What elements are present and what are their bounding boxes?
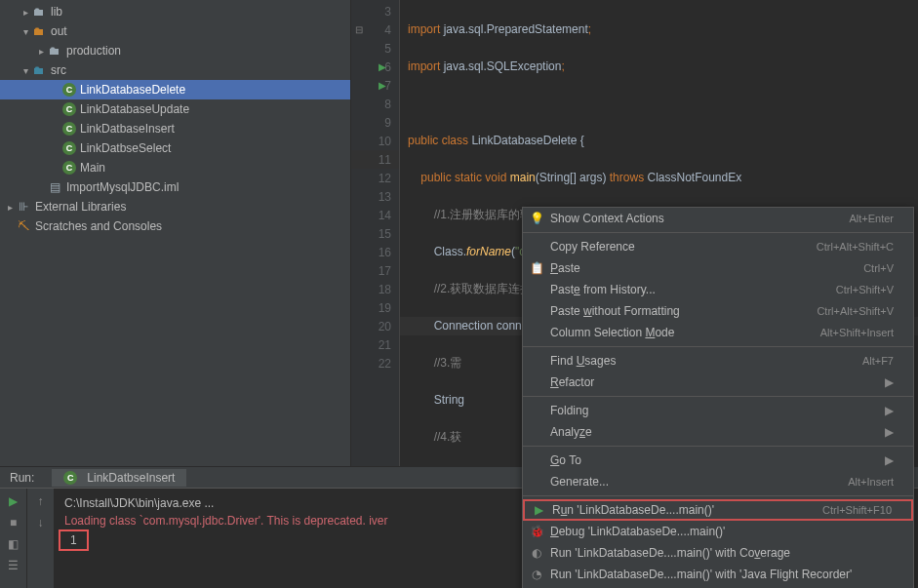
tree-folder-lib[interactable]: ▸🖿lib: [0, 2, 350, 21]
chevron-down-icon: ▾: [20, 65, 31, 76]
menu-run-coverage[interactable]: ◐Run 'LinkDatabaseDe....main()' with Cov…: [523, 542, 913, 564]
submenu-arrow-icon: ▶: [885, 425, 894, 439]
tree-label: LinkDatbaseInsert: [80, 122, 175, 136]
gutter-line: ⊟4: [351, 20, 399, 39]
menu-shortcut: Ctrl+V: [863, 262, 894, 274]
menu-label: Copy Reference: [550, 240, 635, 254]
menu-generate[interactable]: Generate...Alt+Insert: [523, 471, 913, 492]
down-icon[interactable]: ↓: [38, 516, 44, 529]
gutter-line: 13: [351, 187, 399, 206]
class-icon: C: [62, 122, 76, 136]
gutter-line: ▶7: [351, 76, 399, 95]
tree-label: Scratches and Consoles: [35, 219, 162, 233]
menu-shortcut: Alt+Shift+Insert: [820, 327, 894, 338]
up-icon[interactable]: ↑: [38, 494, 44, 508]
tree-folder-src[interactable]: ▾🖿src: [0, 60, 350, 80]
menu-refactor[interactable]: Refactor▶: [523, 372, 913, 393]
menu-run[interactable]: ▶Run 'LinkDatabaseDe....main()'Ctrl+Shif…: [523, 499, 913, 521]
submenu-arrow-icon: ▶: [885, 453, 894, 467]
menu-shortcut: Alt+F7: [862, 355, 894, 367]
menu-separator: [523, 232, 913, 233]
library-icon: ⊪: [16, 199, 31, 215]
menu-label: Run 'LinkDatabaseDe....main()': [552, 503, 714, 517]
gutter-line: 5: [351, 39, 399, 58]
menu-shortcut: Alt+Insert: [848, 476, 894, 488]
pin-icon[interactable]: ☰: [8, 559, 19, 572]
tree-scratches[interactable]: ⛏Scratches and Consoles: [0, 216, 350, 236]
menu-paste[interactable]: 📋PasteCtrl+V: [523, 257, 913, 279]
menu-label: Paste: [550, 261, 580, 275]
menu-column-selection[interactable]: Column Selection ModeAlt+Shift+Insert: [523, 322, 913, 343]
tree-label: ImportMysqlJDBC.iml: [66, 180, 179, 194]
menu-label: Generate...: [550, 475, 609, 489]
gutter-line: 20: [351, 317, 399, 335]
fold-icon[interactable]: ⊟: [355, 24, 363, 35]
menu-label: Column Selection Mode: [550, 326, 674, 339]
gutter-line: 12: [351, 169, 399, 187]
menu-shortcut: Ctrl+Shift+V: [836, 284, 894, 295]
tree-folder-production[interactable]: ▸🖿production: [0, 41, 350, 60]
menu-goto[interactable]: Go To▶: [523, 450, 913, 471]
folder-open-icon: 🖿: [31, 23, 47, 39]
gutter-line: 22: [351, 354, 399, 372]
scratch-icon: ⛏: [16, 218, 31, 234]
menu-run-jfr[interactable]: ◔Run 'LinkDatabaseDe....main()' with 'Ja…: [523, 564, 913, 585]
run-tab-label: LinkDatbseInsert: [87, 471, 175, 485]
menu-separator: [523, 396, 913, 397]
run-gutter-icon[interactable]: ▶: [379, 80, 386, 91]
menu-label: Go To: [550, 453, 581, 467]
menu-label: Run 'LinkDatabaseDe....main()' with 'Jav…: [550, 568, 852, 581]
menu-find-usages[interactable]: Find UsagesAlt+F7: [523, 350, 913, 372]
tree-folder-out[interactable]: ▾🖿out: [0, 21, 350, 41]
gutter-line: 14: [351, 206, 399, 224]
gutter-line: 15: [351, 224, 399, 243]
menu-label: Debug 'LinkDatabaseDe....main()': [550, 525, 725, 538]
tree-class-update[interactable]: CLinkDatabaseUpdate: [0, 99, 350, 119]
menu-label: Run 'LinkDatabaseDe....main()' with Cove…: [550, 546, 790, 560]
tree-file-iml[interactable]: ▤ImportMysqlJDBC.iml: [0, 177, 350, 197]
menu-copy-reference[interactable]: Copy ReferenceCtrl+Alt+Shift+C: [523, 236, 913, 257]
tree-label: lib: [51, 5, 62, 19]
tree-class-insert[interactable]: CLinkDatbaseInsert: [0, 119, 350, 138]
run-tab[interactable]: CLinkDatbseInsert: [52, 469, 186, 487]
tree-label: production: [66, 44, 121, 58]
menu-paste-without-formatting[interactable]: Paste without FormattingCtrl+Alt+Shift+V: [523, 300, 913, 322]
layout-icon[interactable]: ◧: [8, 537, 19, 551]
play-icon: ▶: [531, 503, 546, 517]
gutter-line: 16: [351, 243, 399, 261]
tree-label: src: [51, 63, 66, 77]
gutter-line: 8: [351, 95, 399, 113]
tree-label: out: [51, 24, 67, 38]
tree-class-delete[interactable]: CLinkDatabaseDelete: [0, 80, 350, 99]
tree-label: External Libraries: [35, 200, 126, 214]
chevron-down-icon: ▾: [20, 26, 31, 37]
menu-separator: [523, 495, 913, 496]
tree-label: LinkDatabaseDelete: [80, 83, 185, 97]
menu-paste-history[interactable]: Paste from History...Ctrl+Shift+V: [523, 279, 913, 300]
gutter-line: 18: [351, 280, 399, 298]
project-tree: ▸🖿lib ▾🖿out ▸🖿production ▾🖿src CLinkData…: [0, 0, 351, 488]
menu-debug[interactable]: 🐞Debug 'LinkDatabaseDe....main()': [523, 521, 913, 542]
chevron-right-icon: ▸: [4, 202, 16, 213]
chevron-right-icon: ▸: [20, 7, 31, 18]
menu-shortcut: Ctrl+Alt+Shift+V: [817, 305, 894, 317]
gutter-line: 17: [351, 261, 399, 280]
menu-shortcut: Ctrl+Shift+F10: [822, 504, 892, 516]
menu-analyze[interactable]: Analyze▶: [523, 421, 913, 443]
menu-label: Refactor: [550, 375, 594, 389]
gutter-line: 11: [351, 150, 399, 169]
console-output-highlight: 1: [59, 529, 89, 551]
menu-show-context-actions[interactable]: 💡Show Context ActionsAlt+Enter: [523, 208, 913, 229]
file-icon: ▤: [47, 179, 62, 195]
run-toolbar-left: ▶ ■ ◧ ☰: [0, 489, 27, 588]
tree-class-select[interactable]: CLinkDatbseSelect: [0, 138, 350, 158]
stop-icon[interactable]: ■: [10, 516, 17, 529]
tree-external-libraries[interactable]: ▸⊪External Libraries: [0, 197, 350, 216]
menu-folding[interactable]: Folding▶: [523, 400, 913, 421]
submenu-arrow-icon: ▶: [885, 375, 894, 389]
bulb-icon: 💡: [529, 212, 544, 225]
tree-class-main[interactable]: CMain: [0, 158, 350, 177]
menu-label: Find Usages: [550, 354, 616, 368]
rerun-icon[interactable]: ▶: [9, 494, 18, 508]
run-gutter-icon[interactable]: ▶: [379, 61, 386, 72]
